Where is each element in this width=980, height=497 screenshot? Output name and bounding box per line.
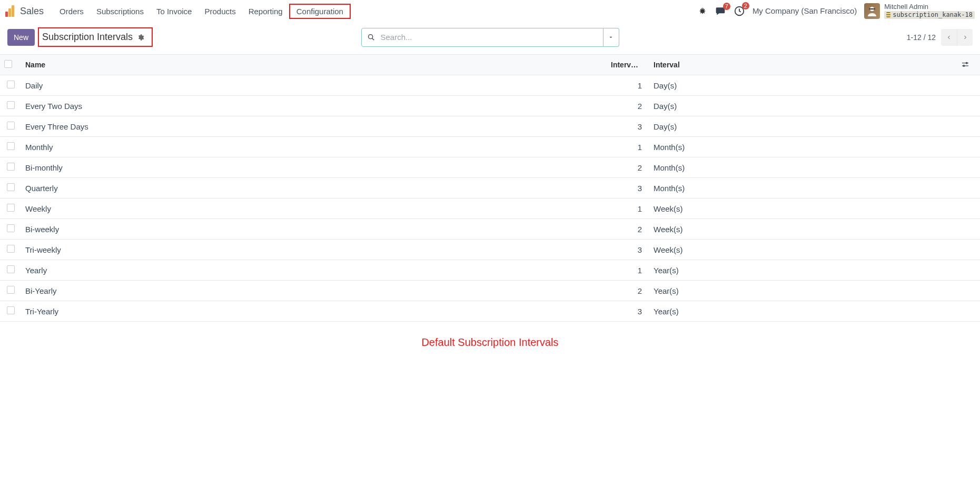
svg-point-3	[368, 34, 372, 38]
col-header-interval-unit[interactable]: Interval	[646, 55, 957, 75]
new-button[interactable]: New	[7, 29, 35, 46]
row-checkbox-cell[interactable]	[0, 137, 21, 157]
table-row[interactable]: Quarterly3Month(s)	[0, 178, 980, 198]
svg-point-8	[963, 65, 965, 67]
control-bar: New Subscription Intervals 1-12 / 12	[0, 22, 980, 54]
row-checkbox-cell[interactable]	[0, 281, 21, 301]
cell-trailing	[957, 137, 980, 157]
nav-item-configuration[interactable]: Configuration	[289, 4, 351, 19]
row-checkbox-cell[interactable]	[0, 116, 21, 137]
col-header-options[interactable]	[957, 55, 980, 75]
checkbox-icon[interactable]	[7, 81, 15, 88]
avatar-icon	[864, 3, 880, 19]
checkbox-icon[interactable]	[4, 60, 12, 68]
cell-interval-unit: Day(s)	[646, 96, 957, 116]
breadcrumb: Subscription Intervals	[38, 27, 153, 47]
row-checkbox-cell[interactable]	[0, 75, 21, 96]
checkbox-icon[interactable]	[7, 163, 15, 171]
cell-interval-unit: Year(s)	[646, 281, 957, 301]
nav-item-to-invoice[interactable]: To Invoice	[150, 4, 199, 19]
table-row[interactable]: Weekly1Week(s)	[0, 198, 980, 219]
table-row[interactable]: Bi-monthly2Month(s)	[0, 157, 980, 178]
cell-trailing	[957, 198, 980, 219]
pager-prev-button[interactable]	[941, 29, 957, 46]
col-header-interval-count[interactable]: Interv…	[607, 55, 646, 75]
checkbox-icon[interactable]	[7, 204, 15, 212]
bug-icon[interactable]	[698, 6, 707, 16]
cell-interval-count: 2	[607, 157, 646, 178]
company-selector[interactable]: My Company (San Francisco)	[753, 6, 857, 15]
user-menu[interactable]: Mitchell Admin subscription_kanak-18	[864, 3, 975, 19]
table-row[interactable]: Daily1Day(s)	[0, 75, 980, 96]
pager-text[interactable]: 1-12 / 12	[907, 33, 936, 42]
app-title[interactable]: Sales	[20, 6, 44, 17]
checkbox-icon[interactable]	[7, 306, 15, 314]
cell-name: Every Two Days	[21, 96, 607, 116]
cell-trailing	[957, 260, 980, 281]
cell-interval-unit: Week(s)	[646, 198, 957, 219]
app-logo-icon[interactable]	[5, 5, 17, 17]
table-row[interactable]: Bi-weekly2Week(s)	[0, 219, 980, 240]
cell-name: Quarterly	[21, 178, 607, 198]
messages-badge: 7	[723, 3, 730, 10]
checkbox-icon[interactable]	[7, 122, 15, 130]
select-all-header[interactable]	[0, 55, 21, 75]
row-checkbox-cell[interactable]	[0, 240, 21, 260]
checkbox-icon[interactable]	[7, 245, 15, 253]
search-options-toggle[interactable]	[603, 28, 619, 47]
col-header-name[interactable]: Name	[21, 55, 607, 75]
row-checkbox-cell[interactable]	[0, 157, 21, 178]
search-icon	[367, 33, 375, 42]
row-checkbox-cell[interactable]	[0, 260, 21, 281]
nav-item-reporting[interactable]: Reporting	[242, 4, 289, 19]
search-box[interactable]	[361, 28, 603, 47]
row-checkbox-cell[interactable]	[0, 96, 21, 116]
intervals-table: Name Interv… Interval Daily1Day(s)Every …	[0, 54, 980, 322]
nav-item-products[interactable]: Products	[198, 4, 242, 19]
table-row[interactable]: Tri-Yearly3Year(s)	[0, 301, 980, 322]
database-badge: subscription_kanak-18	[884, 11, 975, 19]
sliders-icon[interactable]	[961, 61, 976, 69]
cell-name: Bi-monthly	[21, 157, 607, 178]
search-input[interactable]	[380, 32, 598, 42]
table-row[interactable]: Tri-weekly3Week(s)	[0, 240, 980, 260]
pager-next-button[interactable]	[957, 29, 973, 46]
nav-item-subscriptions[interactable]: Subscriptions	[90, 4, 150, 19]
cell-interval-count: 2	[607, 281, 646, 301]
checkbox-icon[interactable]	[7, 224, 15, 232]
cell-interval-unit: Month(s)	[646, 137, 957, 157]
activities-button[interactable]: 2	[734, 5, 745, 17]
table-row[interactable]: Bi-Yearly2Year(s)	[0, 281, 980, 301]
nav-item-orders[interactable]: Orders	[53, 4, 90, 19]
checkbox-icon[interactable]	[7, 142, 15, 150]
gear-icon[interactable]	[137, 34, 144, 41]
table-row[interactable]: Every Two Days2Day(s)	[0, 96, 980, 116]
row-checkbox-cell[interactable]	[0, 178, 21, 198]
checkbox-icon[interactable]	[7, 265, 15, 273]
messages-button[interactable]: 7	[715, 6, 726, 16]
table-row[interactable]: Monthly1Month(s)	[0, 137, 980, 157]
cell-interval-unit: Week(s)	[646, 219, 957, 240]
checkbox-icon[interactable]	[7, 286, 15, 294]
row-checkbox-cell[interactable]	[0, 219, 21, 240]
table-row[interactable]: Yearly1Year(s)	[0, 260, 980, 281]
cell-name: Tri-Yearly	[21, 301, 607, 322]
nav-right: 7 2 My Company (San Francisco) Mitchell …	[698, 3, 975, 19]
cell-interval-count: 2	[607, 96, 646, 116]
user-name: Mitchell Admin	[884, 3, 975, 11]
search-bar	[361, 28, 619, 47]
cell-interval-unit: Week(s)	[646, 240, 957, 260]
page-title[interactable]: Subscription Intervals	[42, 32, 133, 43]
table-row[interactable]: Every Three Days3Day(s)	[0, 116, 980, 137]
cell-interval-unit: Day(s)	[646, 116, 957, 137]
row-checkbox-cell[interactable]	[0, 301, 21, 322]
cell-name: Bi-weekly	[21, 219, 607, 240]
checkbox-icon[interactable]	[7, 183, 15, 191]
row-checkbox-cell[interactable]	[0, 198, 21, 219]
cell-interval-unit: Year(s)	[646, 301, 957, 322]
cell-trailing	[957, 281, 980, 301]
checkbox-icon[interactable]	[7, 101, 15, 109]
cell-trailing	[957, 116, 980, 137]
cell-interval-unit: Day(s)	[646, 75, 957, 96]
cell-interval-count: 1	[607, 198, 646, 219]
